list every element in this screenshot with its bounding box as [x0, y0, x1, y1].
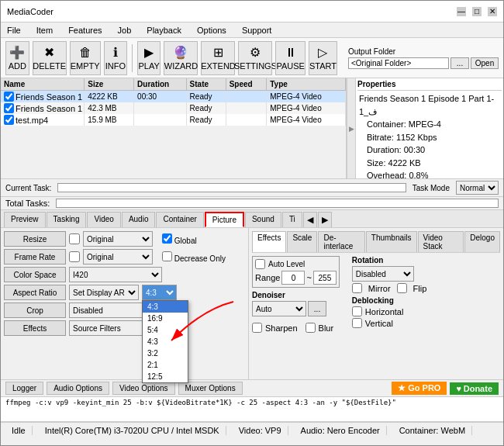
- close-button[interactable]: ✕: [488, 7, 497, 16]
- info-button[interactable]: ℹ INFO: [104, 41, 128, 75]
- aspectratio-button[interactable]: Aspect Ratio: [4, 285, 66, 300]
- colorspace-button[interactable]: Color Space: [4, 267, 66, 282]
- table-row[interactable]: Friends Season 1 episode 1 part 1... 42.…: [1, 102, 346, 114]
- resize-select[interactable]: Original: [83, 231, 153, 247]
- crop-button[interactable]: Crop: [4, 303, 66, 318]
- aspect-option-4-3[interactable]: 4:3: [143, 301, 188, 313]
- wizard-label: WIZARD: [164, 61, 198, 71]
- logger-tab[interactable]: Logger: [5, 382, 43, 395]
- framerate-button[interactable]: Frame Rate: [4, 249, 66, 264]
- command-line-bar: ffmpeg -c:v vp9 -keyint_min 25 -b:v ${Vi…: [1, 397, 503, 422]
- flip-checkbox[interactable]: [397, 283, 407, 293]
- audio-options-tab[interactable]: Audio Options: [47, 382, 109, 395]
- blur-label: Blur: [319, 323, 334, 333]
- file-checkbox[interactable]: [4, 115, 14, 125]
- menu-support[interactable]: Support: [239, 24, 275, 36]
- add-button[interactable]: ➕ ADD: [5, 41, 29, 75]
- menu-file[interactable]: File: [4, 24, 24, 36]
- muxer-options-tab[interactable]: Muxer Options: [178, 382, 243, 395]
- tab-container[interactable]: Container: [156, 212, 203, 227]
- tab-tasking[interactable]: Tasking: [47, 212, 87, 227]
- denoiser-select[interactable]: Auto: [252, 301, 306, 316]
- vertical-checkbox[interactable]: [352, 318, 362, 328]
- browse-button[interactable]: ...: [450, 57, 469, 69]
- tab-video[interactable]: Video: [87, 212, 120, 227]
- decrease-only-checkbox[interactable]: [162, 251, 172, 261]
- range-min-input[interactable]: 0: [281, 271, 305, 285]
- sharpen-checkbox[interactable]: [252, 323, 262, 333]
- denoiser-config-button[interactable]: ...: [308, 301, 326, 316]
- right-tab-thumbnails[interactable]: Thumbnails: [366, 231, 417, 252]
- minimize-button[interactable]: —: [457, 7, 466, 16]
- tab-audio[interactable]: Audio: [122, 212, 156, 227]
- empty-button[interactable]: 🗑 EMPTY: [70, 41, 101, 75]
- menu-features[interactable]: Features: [65, 24, 105, 36]
- tab-picture[interactable]: Picture: [205, 212, 244, 227]
- right-tab-effects[interactable]: Effects: [252, 231, 286, 252]
- tab-scroll-arrow-right[interactable]: ▶: [318, 212, 332, 227]
- menu-job[interactable]: Job: [115, 24, 135, 36]
- global-checkbox[interactable]: [162, 233, 172, 244]
- resize-checkbox[interactable]: [69, 233, 80, 244]
- status-idle: Idle: [5, 426, 33, 435]
- aspect-option-12-5[interactable]: 12:5: [143, 371, 188, 382]
- play-button[interactable]: ▶ PLAY: [137, 41, 161, 75]
- framerate-select[interactable]: Original: [83, 249, 153, 264]
- delete-button[interactable]: ✖ DELETE: [33, 41, 67, 75]
- start-button[interactable]: ▷ START: [309, 41, 337, 75]
- aspect-dropdown-menu[interactable]: 4:3 16:9 5:4 4:3 3:2 2:1 12:5: [142, 300, 188, 383]
- pause-button[interactable]: ⏸ PAUSE: [275, 41, 305, 75]
- gopro-button[interactable]: ★ Go PRO: [392, 382, 447, 395]
- blur-checkbox[interactable]: [306, 323, 316, 333]
- rotation-select[interactable]: Disabled: [352, 266, 414, 282]
- settings-button[interactable]: ⚙ SETTINGS: [238, 41, 272, 75]
- denoiser-label: Denoiser: [252, 291, 340, 299]
- titlebar-controls[interactable]: — □ ✕: [457, 7, 497, 16]
- effects-button[interactable]: Effects: [4, 320, 66, 336]
- colorspace-select[interactable]: I420: [69, 267, 162, 282]
- tab-sound[interactable]: Sound: [245, 212, 281, 227]
- open-button[interactable]: Open: [471, 57, 499, 69]
- aspect-option-4-3-b[interactable]: 4:3: [143, 336, 188, 347]
- menu-item[interactable]: Item: [33, 24, 56, 36]
- range-max-input[interactable]: 255: [313, 271, 337, 285]
- right-tab-delogo[interactable]: Delogo: [464, 231, 500, 252]
- file-checkbox[interactable]: [4, 103, 14, 113]
- table-row[interactable]: Friends Season 1 Episode 1 Part 1... 422…: [1, 91, 346, 103]
- maximize-button[interactable]: □: [472, 7, 482, 16]
- col-type: Type: [267, 78, 346, 91]
- tab-ti[interactable]: Ti: [282, 212, 302, 227]
- sharpen-label: Sharpen: [265, 323, 298, 333]
- extend-icon: ⊞: [213, 45, 223, 60]
- horizontal-scrollbar[interactable]: ▶: [347, 78, 356, 178]
- aspect-value-select[interactable]: 4:3 16:9 5:4 3:2 2:1 12:5: [142, 285, 177, 300]
- tab-preview[interactable]: Preview: [4, 212, 46, 227]
- output-folder-input[interactable]: [348, 57, 449, 69]
- video-options-tab[interactable]: Video Options: [112, 382, 175, 395]
- donate-button[interactable]: ♥ Donate: [450, 382, 499, 395]
- wizard-button[interactable]: 🔮 WIZARD: [164, 41, 198, 75]
- aspect-option-16-9[interactable]: 16:9: [143, 313, 188, 324]
- resize-button[interactable]: Resize: [4, 231, 66, 247]
- right-tab-deinterlace[interactable]: De-interlace: [318, 231, 364, 252]
- right-tab-videostack[interactable]: Video Stack: [418, 231, 464, 252]
- menu-playback[interactable]: Playback: [143, 24, 185, 36]
- settings-icon: ⚙: [250, 45, 261, 60]
- framerate-checkbox[interactable]: [69, 251, 80, 262]
- wizard-icon: 🔮: [173, 45, 188, 60]
- extend-button[interactable]: ⊞ EXTEND: [201, 41, 235, 75]
- mirror-checkbox[interactable]: [352, 283, 362, 293]
- horizontal-checkbox[interactable]: [352, 306, 362, 316]
- file-checkbox[interactable]: [4, 92, 14, 102]
- aspect-option-3-2[interactable]: 3:2: [143, 347, 188, 359]
- tab-scroll-arrow[interactable]: ◀: [303, 212, 317, 227]
- menu-options[interactable]: Options: [194, 24, 230, 36]
- aspectratio-preset-select[interactable]: Set Display AR: [69, 285, 139, 300]
- current-task-bar: Current Task: Task Mode Normal: [1, 179, 503, 197]
- right-tab-scale[interactable]: Scale: [287, 231, 317, 252]
- task-mode-select[interactable]: Normal: [456, 181, 499, 195]
- table-row[interactable]: test.mp4 15.9 MB Ready MPEG-4 Video: [1, 114, 346, 126]
- auto-level-checkbox[interactable]: [255, 259, 265, 269]
- aspect-option-2-1[interactable]: 2:1: [143, 359, 188, 371]
- aspect-option-5-4[interactable]: 5:4: [143, 324, 188, 336]
